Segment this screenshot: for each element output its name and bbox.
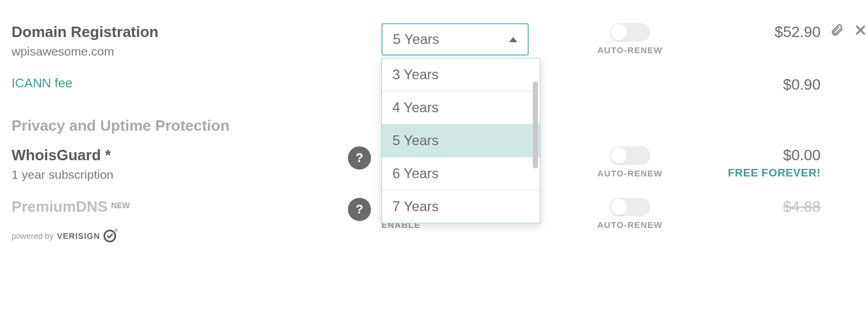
whoisguard-title: WhoisGuard * — [12, 146, 113, 164]
whoisguard-free-badge: FREE FOREVER! — [728, 167, 821, 179]
whoisguard-autorenew-toggle[interactable] — [610, 146, 650, 165]
premiumdns-price: $4.88 — [783, 198, 821, 216]
premiumdns-title-wrap: PremiumDNSNEW — [12, 198, 130, 216]
duration-dropdown-container: 5 Years 3 Years 4 Years 5 Years 6 Years … — [381, 23, 566, 56]
whoisguard-help-icon[interactable]: ? — [348, 146, 371, 169]
duration-option[interactable]: 7 Years — [382, 190, 540, 223]
paperclip-icon[interactable] — [830, 23, 844, 39]
icann-price: $0.90 — [783, 76, 821, 94]
caret-up-icon — [509, 37, 517, 42]
whoisguard-subtitle: 1 year subscription — [12, 168, 113, 182]
premiumdns-label-col: PremiumDNSNEW powered by VERISIGN ® — [12, 198, 130, 242]
duration-dropdown[interactable]: 5 Years — [381, 23, 529, 56]
premiumdns-autorenew-wrap: AUTO-RENEW — [566, 198, 693, 230]
domain-price: $52.90 — [774, 23, 821, 41]
registered-mark: ® — [114, 228, 118, 234]
duration-dropdown-selected[interactable]: 5 Years — [383, 24, 528, 54]
domain-autorenew-label: AUTO-RENEW — [597, 45, 662, 55]
domain-name: wpisawesome.com — [12, 45, 381, 58]
domain-registration-label-col: Domain Registration wpisawesome.com — [12, 23, 381, 58]
duration-option[interactable]: 3 Years — [382, 58, 540, 91]
close-icon[interactable] — [854, 24, 867, 39]
domain-price-col: $52.90 — [693, 23, 821, 41]
verisign-icon: ® — [103, 230, 116, 242]
premiumdns-powered-by: powered by VERISIGN ® — [12, 230, 130, 242]
domain-registration-row: Domain Registration wpisawesome.com 5 Ye… — [12, 23, 856, 58]
whoisguard-autorenew-wrap: AUTO-RENEW — [566, 146, 693, 178]
domain-autorenew-toggle[interactable] — [610, 23, 650, 42]
premiumdns-help-icon[interactable]: ? — [348, 198, 371, 221]
icann-price-col: $0.90 — [693, 76, 821, 94]
whoisguard-price-col: $0.00 FREE FOREVER! — [693, 146, 821, 179]
premiumdns-new-badge: NEW — [111, 201, 130, 210]
powered-by-brand: VERISIGN — [57, 231, 100, 241]
duration-option[interactable]: 5 Years — [382, 124, 540, 157]
whoisguard-price: $0.00 — [783, 146, 821, 164]
duration-dropdown-list: 3 Years 4 Years 5 Years 6 Years 7 Years — [381, 58, 540, 223]
duration-option[interactable]: 6 Years — [382, 157, 540, 190]
domain-row-actions — [821, 23, 867, 39]
whoisguard-label-col: WhoisGuard * 1 year subscription — [12, 146, 113, 182]
duration-option[interactable]: 4 Years — [382, 91, 540, 124]
premiumdns-autorenew-toggle[interactable] — [610, 198, 650, 216]
duration-selected-value: 5 Years — [393, 31, 439, 47]
domain-autorenew-wrap: AUTO-RENEW — [566, 23, 693, 55]
premiumdns-autorenew-label: AUTO-RENEW — [597, 220, 662, 230]
whoisguard-autorenew-label: AUTO-RENEW — [597, 168, 662, 178]
premiumdns-title: PremiumDNS — [12, 198, 107, 215]
premiumdns-price-col: $4.88 — [693, 198, 821, 216]
icann-label: ICANN fee — [12, 76, 381, 91]
powered-by-prefix: powered by — [12, 231, 53, 241]
domain-registration-title: Domain Registration — [12, 23, 381, 41]
icann-label-col: ICANN fee — [12, 76, 381, 91]
